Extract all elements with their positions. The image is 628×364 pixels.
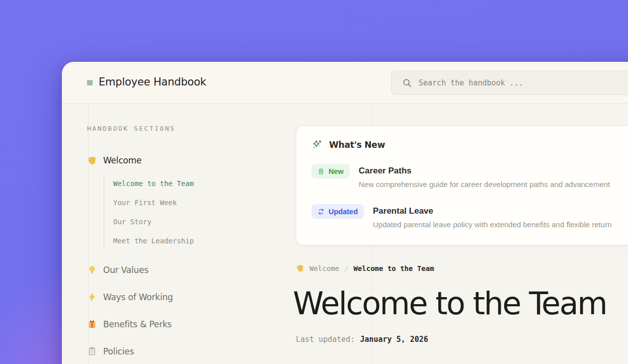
whats-new-item-title: Career Paths [359,166,610,176]
document-icon [318,168,325,175]
whats-new-panel: What's New New Career Paths New comprehe… [296,126,628,245]
badge-label: Updated [329,208,358,216]
search-input[interactable] [419,78,628,87]
sidebar-item-label: Policies [103,346,134,356]
logo-square-icon [87,80,93,85]
whats-new-item-body: Career Paths New comprehensive guide for… [359,164,610,189]
search-box[interactable] [391,70,628,95]
search-icon [402,78,412,88]
whats-new-item-career-paths[interactable]: New Career Paths New comprehensive guide… [311,164,628,189]
breadcrumb-current-page: Welcome to the Team [353,264,434,272]
last-updated-label: Last updated: [296,335,355,344]
sidebar-item-our-values[interactable]: Our Values [87,263,278,277]
whats-new-header: What's New [311,139,628,150]
app-title: Employee Handbook [99,76,206,88]
page-title: Welcome to the Team [293,287,606,321]
last-updated-value: January 5, 2026 [360,335,428,344]
breadcrumb-separator: / [344,264,348,272]
sidebar-item-label: Our Values [103,265,148,275]
sidebar-item-welcome[interactable]: Welcome [87,154,278,167]
sidebar-item-label: Ways of Working [103,292,173,302]
sidebar: HANDBOOK SECTIONS Welcome Welcome to the… [87,125,278,358]
gift-icon [87,319,97,329]
whats-new-item-title: Parental Leave [373,206,611,216]
sidebar-item-policies[interactable]: Policies [87,345,278,358]
sidebar-subitem-our-story[interactable]: Our Story [113,212,278,231]
wave-icon [296,264,304,272]
clipboard-icon [87,346,97,356]
sidebar-item-ways-of-working[interactable]: Ways of Working [87,291,278,304]
whats-new-item-description: New comprehensive guide for career devel… [359,180,610,189]
whats-new-title: What's New [329,140,385,150]
sidebar-subitem-your-first-week[interactable]: Your First Week [113,193,278,212]
last-updated-line: Last updated: January 5, 2026 [296,335,428,344]
sidebar-heading: HANDBOOK SECTIONS [87,125,278,133]
app-header: Employee Handbook [62,62,628,104]
whats-new-item-body: Parental Leave Updated parental leave po… [373,204,611,229]
wave-icon [87,155,97,165]
badge-label: New [329,167,344,175]
zap-icon [87,292,97,302]
new-badge: New [311,164,350,178]
sidebar-item-label: Welcome [103,155,141,165]
whats-new-item-parental-leave[interactable]: Updated Parental Leave Updated parental … [311,204,628,229]
sparkles-icon [311,139,323,150]
sidebar-subitem-welcome-to-the-team[interactable]: Welcome to the Team [113,174,278,193]
refresh-icon [318,208,325,215]
handbook-window: Employee Handbook HANDBOOK SECTIONS [62,62,628,364]
whats-new-item-description: Updated parental leave policy with exten… [373,220,611,229]
sidebar-item-label: Benefits & Perks [103,319,172,329]
bulb-icon [87,265,97,275]
sidebar-sublist-welcome: Welcome to the Team Your First Week Our … [104,174,278,250]
breadcrumb: Welcome / Welcome to the Team [296,264,434,272]
breadcrumb-section[interactable]: Welcome [309,264,339,272]
updated-badge: Updated [311,204,364,219]
sidebar-subitem-meet-the-leadership[interactable]: Meet the Leadership [113,231,278,250]
sidebar-item-benefits-perks[interactable]: Benefits & Perks [87,318,278,331]
